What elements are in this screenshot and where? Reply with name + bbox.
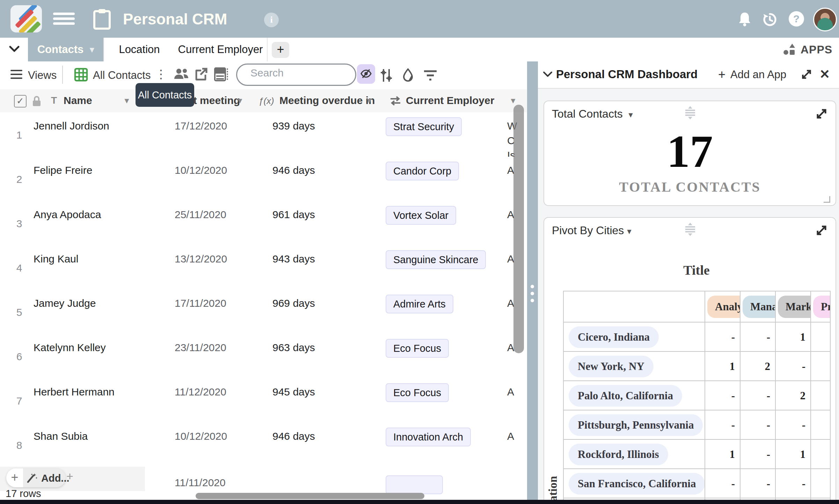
add-table-button[interactable]: + [272,42,289,58]
table-row[interactable]: 5 Jamey Judge 17/11/2020 969 days Admire… [0,290,527,334]
pivot-value: 2 [776,381,811,410]
widget-title[interactable]: Pivot By Cities [552,224,624,237]
views-menu-icon[interactable] [10,70,22,79]
cell-name[interactable]: Jamey Judge [34,297,96,309]
col-header-overdue[interactable]: Meeting overdue in [279,95,375,106]
cell-overdue[interactable]: 939 days [272,120,315,132]
add-an-app-button[interactable]: + Add an App [718,68,786,81]
col-caret-icon[interactable]: ▼ [123,96,131,105]
main-menu-icon[interactable] [53,13,75,25]
panel-expand-icon[interactable] [801,68,812,80]
table-list-chevron-button[interactable] [0,38,28,61]
grid-horizontal-scrollbar[interactable] [196,493,424,499]
cell-last-meeting[interactable]: 25/11/2020 [175,209,226,221]
tab-current-employer[interactable]: Current Employer [174,38,268,61]
info-icon[interactable]: i [264,13,279,27]
table-row[interactable]: 4 King Kaul 13/12/2020 943 days Sanguine… [0,245,527,290]
cell-last-meeting[interactable]: 17/12/2020 [175,120,227,132]
cell-name[interactable]: Anya Apodaca [34,209,101,221]
employer-chip[interactable]: Eco Focus [386,339,449,358]
cell-last-meeting[interactable]: 11/11/2020 [175,477,226,489]
widget-expand-icon[interactable] [815,224,828,237]
cell-last-meeting[interactable]: 13/12/2020 [175,253,227,265]
cell-name[interactable]: Felipe Freire [34,164,92,176]
panel-close-icon[interactable]: ✕ [819,67,830,82]
clipped-cell-text: A [507,164,514,176]
col-header-employer[interactable]: Current Employer [406,95,494,106]
col-caret-icon[interactable]: ▼ [236,96,244,105]
share-icon[interactable] [194,67,209,82]
add-row-plus-button[interactable]: + [6,468,23,487]
widget-resize-handle[interactable] [824,196,830,203]
cell-name[interactable]: Shan Subia [34,430,88,442]
cell-name[interactable]: Herbert Hermann [34,386,115,398]
widget-caret-icon[interactable]: ▾ [629,110,633,119]
col-caret-icon[interactable]: ▼ [365,96,373,105]
cell-overdue[interactable]: 945 days [272,386,315,398]
grid-vertical-scrollbar[interactable] [513,105,524,353]
notifications-bell-icon[interactable] [738,12,752,27]
lock-icon [32,96,41,107]
employer-chip[interactable] [386,475,443,494]
table-row[interactable]: 6 Katelynn Kelley 23/11/2020 963 days Ec… [0,334,527,379]
filter-icon[interactable] [423,69,438,82]
employer-chip[interactable]: Candor Corp [386,162,459,180]
cell-overdue[interactable]: 969 days [272,297,315,309]
pivot-value [811,352,831,381]
select-all-checkbox[interactable]: ✓ [14,95,27,108]
employer-chip[interactable]: Innovation Arch [386,428,471,446]
cell-last-meeting[interactable]: 11/12/2020 [175,386,226,398]
view-name-label[interactable]: All Contacts [93,69,151,82]
employer-chip[interactable]: Admire Arts [386,295,453,313]
employer-chip[interactable]: Vortex Solar [386,206,456,225]
collaborators-icon[interactable] [173,67,189,81]
search-box [236,64,356,86]
table-row[interactable]: 8 Shan Subia 10/12/2020 946 days Innovat… [0,423,527,467]
widget-drag-handle-icon[interactable] [683,222,698,237]
search-input[interactable] [250,67,342,79]
employer-chip[interactable]: Eco Focus [386,383,449,402]
tab-location[interactable]: Location [103,38,175,61]
col-caret-icon[interactable]: ▼ [509,96,517,105]
view-options-kebab-icon[interactable]: ⋮ [155,67,167,81]
row-number: 5 [0,306,38,318]
cell-name[interactable]: Jennell Jordison [34,120,109,132]
table-row[interactable]: 7 Herbert Hermann 11/12/2020 945 days Ec… [0,378,527,423]
pivot-value: - [705,323,740,352]
widget-caret-icon[interactable]: ▾ [627,227,631,236]
cell-overdue[interactable]: 963 days [272,342,315,354]
help-icon[interactable]: ? [789,11,804,27]
user-avatar[interactable] [813,8,837,31]
col-header-name[interactable]: Name [64,95,92,106]
cell-last-meeting[interactable]: 23/11/2020 [175,342,226,354]
views-label[interactable]: Views [28,69,57,82]
cell-overdue[interactable]: 946 days [272,164,315,176]
apps-button[interactable]: APPS [782,43,832,57]
cell-overdue[interactable]: 946 days [272,430,315,442]
table-row[interactable]: 1 Jennell Jordison 17/12/2020 939 days S… [0,112,527,157]
cell-name[interactable]: King Kaul [34,253,78,265]
tab-contacts[interactable]: Contacts▾ [28,38,103,61]
hide-fields-button[interactable] [357,64,375,84]
cell-last-meeting[interactable]: 10/12/2020 [175,430,227,442]
color-fill-icon[interactable] [401,68,415,83]
cell-last-meeting[interactable]: 17/11/2020 [175,297,226,309]
panel-splitter[interactable] [527,61,538,500]
cell-overdue[interactable]: 943 days [272,253,315,265]
cell-last-meeting[interactable]: 10/12/2020 [175,164,227,176]
row-height-icon[interactable] [214,67,228,82]
cell-name[interactable]: Katelynn Kelley [34,342,106,354]
cell-overdue[interactable]: 961 days [272,209,315,221]
add-row-pill[interactable]: + Add... [6,468,66,487]
panel-collapse-chevron-icon[interactable] [543,71,553,77]
table-row[interactable]: 3 Anya Apodaca 25/11/2020 961 days Vorte… [0,201,527,246]
widget-title[interactable]: Total Contacts [552,108,623,120]
employer-chip[interactable]: Sanguine Skincare [386,250,486,269]
stackby-logo-icon[interactable] [10,5,42,32]
widget-drag-handle-icon[interactable] [683,105,698,120]
history-icon[interactable] [762,12,778,27]
widget-expand-icon[interactable] [815,108,828,120]
table-row[interactable]: 2 Felipe Freire 10/12/2020 946 days Cand… [0,157,527,201]
employer-chip[interactable]: Strat Security [386,117,462,136]
row-settings-sliders-icon[interactable] [379,68,393,83]
